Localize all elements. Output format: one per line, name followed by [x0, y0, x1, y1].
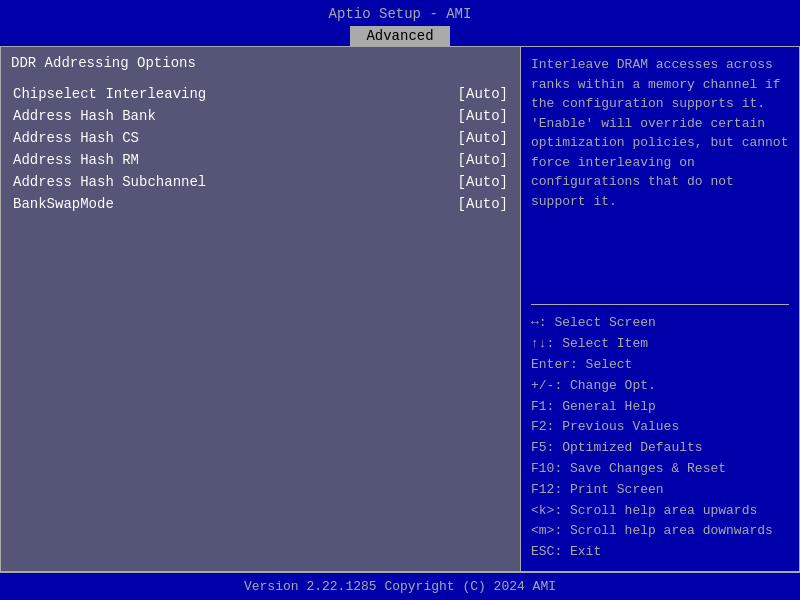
menu-item[interactable]: Address Hash CS[Auto]: [11, 129, 510, 147]
menu-item-label: Address Hash Bank: [13, 108, 156, 124]
menu-item-label: Address Hash CS: [13, 130, 139, 146]
menu-item-value: [Auto]: [458, 152, 508, 168]
key-hint: F12: Print Screen: [531, 480, 789, 501]
menu-item-label: BankSwapMode: [13, 196, 114, 212]
key-hint: +/-: Change Opt.: [531, 376, 789, 397]
section-title: DDR Addressing Options: [11, 55, 510, 71]
tab-advanced[interactable]: Advanced: [350, 26, 449, 46]
key-hints: ↔: Select Screen↑↓: Select ItemEnter: Se…: [531, 313, 789, 563]
menu-item-label: Address Hash Subchannel: [13, 174, 206, 190]
menu-item[interactable]: BankSwapMode[Auto]: [11, 195, 510, 213]
key-hint: F5: Optimized Defaults: [531, 438, 789, 459]
key-hint: F1: General Help: [531, 397, 789, 418]
key-hint: ↔: Select Screen: [531, 313, 789, 334]
footer: Version 2.22.1285 Copyright (C) 2024 AMI: [0, 572, 800, 600]
menu-item[interactable]: Address Hash Bank[Auto]: [11, 107, 510, 125]
footer-text: Version 2.22.1285 Copyright (C) 2024 AMI: [244, 579, 556, 594]
key-hint: <k>: Scroll help area upwards: [531, 501, 789, 522]
menu-item-value: [Auto]: [458, 86, 508, 102]
menu-item-label: Address Hash RM: [13, 152, 139, 168]
menu-item[interactable]: Address Hash RM[Auto]: [11, 151, 510, 169]
app-title: Aptio Setup - AMI: [329, 6, 472, 22]
title-bar: Aptio Setup - AMI: [0, 0, 800, 22]
key-hint: <m>: Scroll help area downwards: [531, 521, 789, 542]
menu-item-value: [Auto]: [458, 108, 508, 124]
key-hint: F2: Previous Values: [531, 417, 789, 438]
menu-items: Chipselect Interleaving[Auto]Address Has…: [11, 85, 510, 213]
key-hint: Enter: Select: [531, 355, 789, 376]
menu-item-value: [Auto]: [458, 174, 508, 190]
key-hint: F10: Save Changes & Reset: [531, 459, 789, 480]
left-panel: DDR Addressing Options Chipselect Interl…: [1, 47, 521, 571]
menu-item-value: [Auto]: [458, 130, 508, 146]
divider: [531, 304, 789, 305]
menu-item[interactable]: Address Hash Subchannel[Auto]: [11, 173, 510, 191]
menu-item[interactable]: Chipselect Interleaving[Auto]: [11, 85, 510, 103]
help-text: Interleave DRAM accesses across ranks wi…: [531, 55, 789, 296]
menu-item-label: Chipselect Interleaving: [13, 86, 206, 102]
right-panel: Interleave DRAM accesses across ranks wi…: [521, 47, 799, 571]
key-hint: ↑↓: Select Item: [531, 334, 789, 355]
menu-item-value: [Auto]: [458, 196, 508, 212]
main-content: DDR Addressing Options Chipselect Interl…: [0, 46, 800, 572]
key-hint: ESC: Exit: [531, 542, 789, 563]
tab-bar: Advanced: [0, 26, 800, 46]
